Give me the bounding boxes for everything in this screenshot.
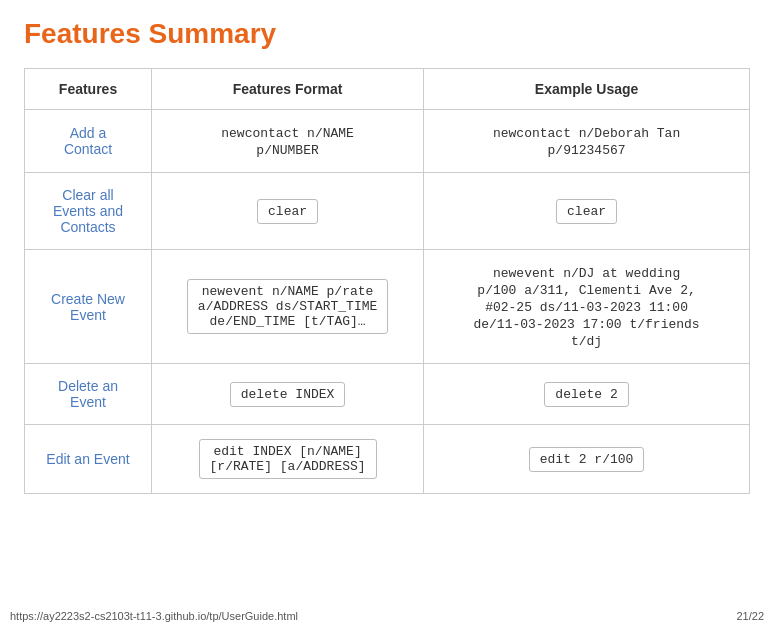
example-code-box: clear <box>556 199 617 224</box>
feature-example-cell: newevent n/DJ at wedding p/100 a/311, Cl… <box>424 250 750 364</box>
format-code-text: newcontact n/NAME p/NUMBER <box>221 126 354 158</box>
example-code-box: delete 2 <box>544 382 628 407</box>
format-code-box: clear <box>257 199 318 224</box>
format-code-box: delete INDEX <box>230 382 346 407</box>
feature-name-cell: Clear all Events and Contacts <box>25 173 152 250</box>
feature-format-cell: newevent n/NAME p/rate a/ADDRESS ds/STAR… <box>152 250 424 364</box>
feature-format-cell: delete INDEX <box>152 364 424 425</box>
feature-label: Add a Contact <box>64 125 112 157</box>
feature-name-cell: Add a Contact <box>25 110 152 173</box>
feature-example-cell: edit 2 r/100 <box>424 425 750 494</box>
col-header-example: Example Usage <box>424 69 750 110</box>
example-code-text: newevent n/DJ at wedding p/100 a/311, Cl… <box>473 266 699 349</box>
feature-name-cell: Delete an Event <box>25 364 152 425</box>
feature-label: Create New Event <box>51 291 125 323</box>
feature-label: Delete an Event <box>58 378 118 410</box>
format-code-box: newevent n/NAME p/rate a/ADDRESS ds/STAR… <box>187 279 388 334</box>
feature-example-cell: delete 2 <box>424 364 750 425</box>
feature-name-cell: Create New Event <box>25 250 152 364</box>
feature-format-cell: edit INDEX [n/NAME] [r/RATE] [a/ADDRESS] <box>152 425 424 494</box>
page-title: Features Summary <box>24 18 750 50</box>
feature-name-cell: Edit an Event <box>25 425 152 494</box>
feature-label: Clear all Events and Contacts <box>53 187 123 235</box>
footer-page: 21/22 <box>736 610 764 622</box>
feature-label: Edit an Event <box>46 451 129 467</box>
example-code-text: newcontact n/Deborah Tan p/91234567 <box>493 126 680 158</box>
example-code-box: edit 2 r/100 <box>529 447 645 472</box>
format-code-box: edit INDEX [n/NAME] [r/RATE] [a/ADDRESS] <box>199 439 377 479</box>
footer-url: https://ay2223s2-cs2103t-t11-3.github.io… <box>10 610 298 622</box>
feature-format-cell: clear <box>152 173 424 250</box>
feature-example-cell: newcontact n/Deborah Tan p/91234567 <box>424 110 750 173</box>
col-header-format: Features Format <box>152 69 424 110</box>
footer: https://ay2223s2-cs2103t-t11-3.github.io… <box>0 604 774 628</box>
feature-format-cell: newcontact n/NAME p/NUMBER <box>152 110 424 173</box>
col-header-features: Features <box>25 69 152 110</box>
features-table: Features Features Format Example Usage A… <box>24 68 750 494</box>
feature-example-cell: clear <box>424 173 750 250</box>
